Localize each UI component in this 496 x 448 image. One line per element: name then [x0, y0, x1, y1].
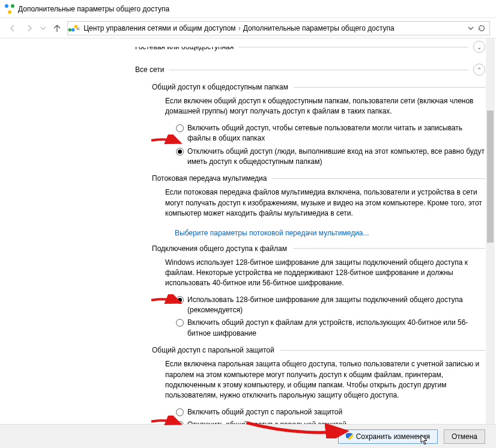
- save-button[interactable]: Сохранить изменения: [338, 429, 438, 444]
- section-file-sharing: Подключения общего доступа к файлам Wind…: [152, 244, 485, 339]
- radio-label[interactable]: Включить общий доступ, чтобы сетевые пол…: [187, 123, 485, 144]
- radio-encrypt-128[interactable]: [176, 296, 184, 304]
- section-media-streaming: Потоковая передача мультимедиа Если пото…: [152, 174, 485, 237]
- radio-password-on[interactable]: [176, 408, 184, 416]
- titlebar: Дополнительные параметры общего доступа: [0, 0, 496, 18]
- section-title: Подключения общего доступа к файлам: [152, 244, 287, 253]
- chevron-down-icon[interactable]: ⌄: [473, 41, 485, 53]
- radio-label[interactable]: Использовать 128-битное шифрование для з…: [187, 295, 485, 316]
- media-streaming-link[interactable]: Выберите параметры потоковой передачи му…: [175, 229, 369, 237]
- breadcrumb: Центр управления сетями и общим доступом…: [83, 24, 395, 32]
- refresh-icon[interactable]: [477, 24, 486, 32]
- chevron-right-icon: ›: [238, 24, 241, 32]
- section-description: Если включена парольная защита общего до…: [165, 359, 485, 401]
- section-description: Если включен общий доступ к общедоступны…: [165, 96, 485, 117]
- section-title: Потоковая передача мультимедиа: [152, 174, 267, 183]
- cancel-button[interactable]: Отмена: [444, 429, 485, 444]
- profile-header-guest[interactable]: Гостевая или общедоступная ⌄: [135, 41, 485, 53]
- section-description: Если потоковая передача файлов мультимед…: [165, 187, 485, 219]
- navbar: « Центр управления сетями и общим доступ…: [0, 18, 496, 38]
- profile-header-all-networks[interactable]: Все сети ⌃: [135, 64, 485, 76]
- network-center-icon: [5, 4, 14, 14]
- section-title: Общий доступ к общедоступным папкам: [152, 83, 288, 91]
- profile-label: Гостевая или общедоступная: [135, 43, 234, 51]
- section-public-folders: Общий доступ к общедоступным папкам Если…: [152, 83, 485, 167]
- content-panel: Гостевая или общедоступная ⌄ Все сети ⌃ …: [0, 38, 496, 424]
- radio-label[interactable]: Отключить общий доступ (люди, выполнивши…: [187, 147, 485, 168]
- scrollbar-thumb[interactable]: [487, 110, 494, 243]
- vertical-scrollbar[interactable]: [486, 38, 495, 424]
- profile-label: Все сети: [135, 65, 165, 74]
- window-title: Дополнительные параметры общего доступа: [18, 5, 169, 13]
- section-description: Windows использует 128-битное шифрование…: [165, 258, 485, 289]
- button-label: Сохранить изменения: [356, 432, 430, 441]
- radio-label[interactable]: Отключить общий доступ с парольной защит…: [187, 420, 485, 424]
- radio-label[interactable]: Включить общий доступ с парольной защито…: [187, 407, 485, 417]
- chevron-down-icon[interactable]: [468, 25, 474, 31]
- chevron-up-icon[interactable]: ⌃: [473, 64, 485, 76]
- button-label: Отмена: [452, 432, 477, 441]
- shield-icon: [346, 433, 353, 440]
- radio-public-disable[interactable]: [176, 148, 184, 156]
- breadcrumb-item[interactable]: Центр управления сетями и общим доступом: [83, 24, 236, 32]
- section-title: Общий доступ с парольной защитой: [152, 346, 274, 354]
- address-bar[interactable]: « Центр управления сетями и общим доступ…: [67, 21, 490, 35]
- forward-icon[interactable]: [23, 22, 36, 35]
- breadcrumb-item[interactable]: Дополнительные параметры общего доступа: [243, 24, 395, 32]
- radio-label[interactable]: Включить общий доступ к файлам для устро…: [187, 318, 485, 339]
- radio-public-enable[interactable]: [176, 124, 184, 132]
- up-icon[interactable]: [50, 22, 64, 35]
- recent-dropdown-icon[interactable]: [40, 22, 47, 35]
- back-icon[interactable]: [6, 22, 19, 35]
- radio-encrypt-4056[interactable]: [176, 319, 184, 327]
- footer-bar: Сохранить изменения Отмена: [0, 424, 496, 448]
- section-password-sharing: Общий доступ с парольной защитой Если вк…: [152, 346, 485, 424]
